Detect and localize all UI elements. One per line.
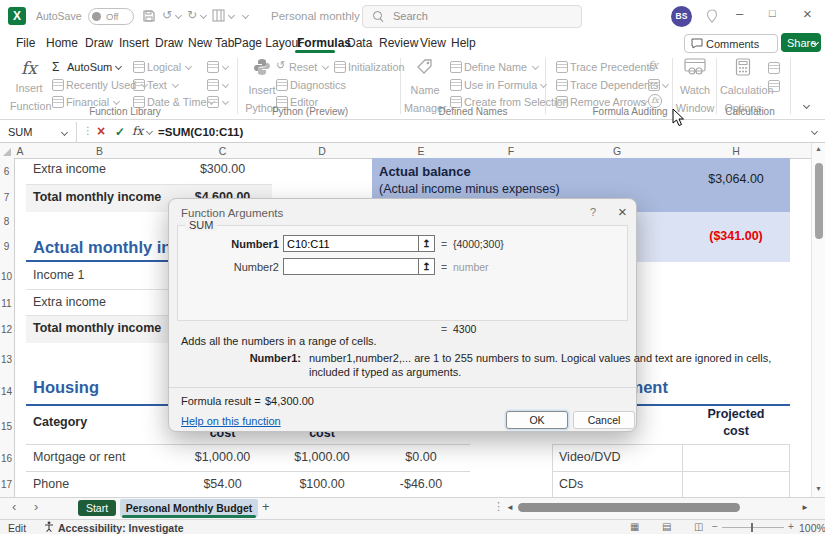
vertical-scroll-thumb[interactable] xyxy=(815,163,823,239)
tab-file[interactable]: File xyxy=(16,36,35,50)
row-header-16[interactable]: 16 xyxy=(0,453,13,464)
add-sheet-button[interactable]: + xyxy=(262,499,270,514)
qat-grid-dropdown-icon[interactable] xyxy=(228,12,235,19)
undo-dropdown-icon[interactable] xyxy=(175,12,182,19)
name-box[interactable]: SUM xyxy=(0,122,77,142)
column-header-a[interactable]: A xyxy=(14,145,26,157)
row-header-12[interactable]: 12 xyxy=(0,324,13,335)
comments-button[interactable]: Comments xyxy=(684,34,778,53)
number1-range-button[interactable]: ↥ xyxy=(418,235,435,252)
redo-dropdown-icon[interactable] xyxy=(200,12,207,19)
zoom-in-button[interactable]: + xyxy=(788,521,794,532)
cell-b12[interactable]: Total monthly income xyxy=(33,321,161,335)
heading-housing[interactable]: Housing xyxy=(33,378,99,397)
tab-draw[interactable]: Draw xyxy=(85,36,113,50)
cell-b10[interactable]: Income 1 xyxy=(33,268,84,282)
select-all-corner[interactable] xyxy=(3,148,11,156)
cell-e17[interactable]: -$46.00 xyxy=(372,477,470,491)
formula-input[interactable]: =SUM(C10:C11) xyxy=(158,126,243,138)
cancel-button[interactable]: Cancel xyxy=(573,411,635,429)
cell-b17[interactable]: Phone xyxy=(33,477,69,491)
row-header-6[interactable]: 6 xyxy=(0,166,13,177)
row-header-9[interactable]: 9 xyxy=(0,241,13,252)
tab-data[interactable]: Data xyxy=(347,36,372,50)
maximize-button[interactable]: □ xyxy=(769,7,776,19)
tab-formulas[interactable]: Formulas xyxy=(297,36,351,50)
autosave-toggle[interactable]: Off xyxy=(88,8,134,25)
calculate-sheet-icon[interactable] xyxy=(768,80,780,92)
pin-icon[interactable] xyxy=(706,9,718,23)
row-header-7[interactable]: 7 xyxy=(0,192,13,203)
cell-g16[interactable]: Video/DVD xyxy=(559,450,621,464)
tab-insert[interactable]: Insert xyxy=(119,36,149,50)
help-on-function-link[interactable]: Help on this function xyxy=(181,415,281,427)
cell-b11[interactable]: Extra income xyxy=(33,295,106,309)
search-box[interactable]: Search xyxy=(362,5,582,28)
number1-input[interactable] xyxy=(283,235,419,252)
row-header-17[interactable]: 17 xyxy=(0,479,13,490)
tab-review[interactable]: Review xyxy=(379,36,418,50)
undo-icon[interactable]: ↺ xyxy=(162,8,172,22)
view-normal-icon[interactable]: ▦ xyxy=(630,521,639,532)
cell-b16[interactable]: Mortgage or rent xyxy=(33,450,125,464)
ok-button[interactable]: OK xyxy=(506,411,568,429)
cell-g17[interactable]: CDs xyxy=(559,477,583,491)
column-header-e[interactable]: E xyxy=(372,145,470,157)
cell-e16[interactable]: $0.00 xyxy=(372,450,470,464)
zoom-slider[interactable] xyxy=(722,527,784,528)
zoom-slider-thumb[interactable] xyxy=(751,523,753,532)
column-header-g[interactable]: G xyxy=(552,145,682,157)
show-formulas-icon[interactable]: fx xyxy=(648,59,658,72)
cell-b6[interactable]: Extra income xyxy=(33,162,106,176)
scroll-down-icon[interactable]: ▼ xyxy=(815,485,822,492)
row-header-13[interactable]: 13 xyxy=(0,354,13,365)
hscroll-right-icon[interactable]: ► xyxy=(801,503,809,512)
calculate-now-icon[interactable] xyxy=(768,62,780,74)
dialog-help-icon[interactable]: ? xyxy=(590,206,596,218)
scroll-up-icon[interactable]: ▲ xyxy=(815,145,822,152)
number2-input[interactable] xyxy=(283,258,419,275)
cell-h6-value[interactable]: $3,064.00 xyxy=(682,172,790,186)
qat-grid-icon[interactable] xyxy=(212,9,225,22)
column-header-c[interactable]: C xyxy=(173,145,272,157)
tab-scroll-splitter-icon[interactable]: ⋮ xyxy=(493,500,504,513)
cell-c17[interactable]: $54.00 xyxy=(173,477,272,491)
formula-enter-button[interactable]: ✓ xyxy=(115,125,125,139)
column-header-b[interactable]: B xyxy=(26,145,173,157)
view-page-layout-icon[interactable]: ▤ xyxy=(662,521,671,532)
cell-h15[interactable]: Projected cost xyxy=(682,406,790,440)
avatar[interactable]: BS xyxy=(671,6,692,27)
close-button[interactable]: × xyxy=(803,5,812,22)
status-accessibility[interactable]: Accessibility: Investigate xyxy=(58,522,183,534)
vertical-scrollbar[interactable]: ▲ ▼ xyxy=(811,143,825,497)
row-header-14[interactable]: 14 xyxy=(0,386,13,397)
insert-function-fx-button[interactable]: fx xyxy=(132,124,143,138)
cell-h8-value[interactable]: ($341.00) xyxy=(682,229,790,243)
collapse-ribbon-icon[interactable] xyxy=(803,102,810,109)
formula-cancel-button[interactable]: × xyxy=(97,123,105,139)
save-icon[interactable] xyxy=(142,9,156,23)
view-page-break-icon[interactable]: ◫ xyxy=(694,521,703,532)
sheet-nav-prev-icon[interactable]: ‹ xyxy=(12,499,16,514)
row-header-15[interactable]: 15 xyxy=(0,421,13,432)
zoom-out-button[interactable]: − xyxy=(712,521,718,532)
insert-python-button[interactable]: Insert Python xyxy=(244,58,280,104)
number2-range-button[interactable]: ↥ xyxy=(418,258,435,275)
cell-c6[interactable]: $300.00 xyxy=(173,162,272,176)
minimize-button[interactable]: – xyxy=(736,6,743,21)
tab-home[interactable]: Home xyxy=(46,36,78,50)
dialog-close-icon[interactable]: × xyxy=(618,203,627,220)
tab-draw-2[interactable]: Draw xyxy=(155,36,183,50)
horizontal-scroll-thumb[interactable] xyxy=(518,503,740,512)
cell-b7[interactable]: Total monthly income xyxy=(33,190,161,204)
row-header-8[interactable]: 8 xyxy=(0,216,13,227)
cell-b15[interactable]: Category xyxy=(33,415,87,429)
calculation-options-button[interactable]: Calculation Options xyxy=(720,58,766,104)
hscroll-left-icon[interactable]: ◄ xyxy=(506,503,514,512)
name-box-splitter-icon[interactable]: ⋮ xyxy=(83,125,93,136)
cell-d16[interactable]: $1,000.00 xyxy=(272,450,372,464)
name-manager-button[interactable]: Name Manager xyxy=(404,58,446,104)
tab-new-tab[interactable]: New Tab xyxy=(188,36,234,50)
column-header-h[interactable]: H xyxy=(682,145,790,157)
zoom-level[interactable]: 100% xyxy=(799,522,825,534)
